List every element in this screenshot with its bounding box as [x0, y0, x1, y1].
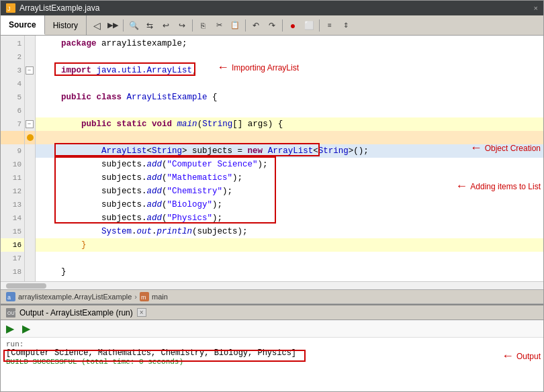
collapse-gutter: − − — [25, 36, 36, 281]
method-icon: m — [140, 292, 149, 301]
toolbar-sep-3 — [245, 19, 246, 32]
output-arrow: ← — [502, 349, 514, 363]
toolbar-paste-btn[interactable]: 📋 — [228, 18, 242, 33]
toolbar-fwd-btn[interactable]: ▶▶ — [105, 18, 120, 33]
code-line-9: ArrayList<String> subjects = new ArrayLi… — [36, 144, 543, 158]
annotation-output: ← Output — [502, 349, 541, 363]
toolbar-redo-btn[interactable]: ↷ — [265, 18, 279, 33]
annotation-adding: ← Adding items to List — [455, 179, 541, 193]
object-arrow: ← — [470, 141, 482, 155]
line-num-2: 2 — [1, 50, 24, 64]
line-num-10: 10 — [1, 158, 24, 171]
output-icon: OUT — [6, 308, 15, 317]
title-close-button[interactable]: × — [534, 4, 538, 12]
tabs-toolbar: Source History ◁ ▶▶ 🔍 ⇆ ↩ ↪ ⎘ ✂ 📋 ↶ ↷ ● … — [1, 15, 543, 36]
line-num-15: 15 — [1, 225, 24, 238]
toolbar-lines-btn[interactable]: ≡ — [322, 18, 337, 33]
import-arrow: ← — [217, 60, 229, 75]
toolbar-undo-btn[interactable]: ↶ — [248, 18, 263, 33]
code-line-7: public static void main(String[] args) { — [36, 117, 543, 131]
line-num-8 — [1, 131, 24, 144]
output-close-button[interactable]: × — [137, 308, 146, 317]
java-file-icon: J — [6, 3, 15, 13]
output-content: run: [Computer Science, Mathematics, Che… — [1, 338, 543, 391]
annotation-import: ← Importing ArrayList — [217, 60, 299, 75]
collapse-line7[interactable]: − — [26, 120, 34, 128]
svg-text:a: a — [7, 294, 11, 301]
adding-arrow: ← — [455, 179, 467, 193]
toolbar-back-btn[interactable]: ◁ — [89, 18, 104, 33]
editor-area: 1 2 3 4 5 6 7 9 10 11 12 13 14 15 16 17 … — [1, 36, 543, 281]
object-annotation-text: Object Creation — [485, 144, 541, 153]
toolbar-copy-btn[interactable]: ⎘ — [195, 18, 210, 33]
line-num-4: 4 — [1, 77, 24, 91]
toolbar-cut-btn[interactable]: ✂ — [212, 18, 226, 33]
code-line-14: subjects.add("Physics"); — [36, 211, 543, 225]
code-line-1: package arraylistexample; — [36, 37, 543, 50]
toolbar-sep-1 — [123, 19, 124, 32]
package-icon: a — [6, 292, 15, 301]
toolbar-record-btn[interactable]: ● — [285, 18, 300, 33]
breadcrumb-bar: a arraylistexample.ArrayListExample › m … — [1, 289, 543, 304]
breadcrumb-package: arraylistexample.ArrayListExample — [18, 293, 132, 301]
code-line-16: } — [36, 238, 543, 252]
title-bar: J ArrayListExample.java × — [1, 1, 543, 15]
code-line-5: public class ArrayListExample { — [36, 91, 543, 104]
main-window: J ArrayListExample.java × Source History… — [0, 0, 544, 392]
svg-text:m: m — [141, 294, 146, 301]
line-num-16: 16 — [1, 238, 24, 252]
line-num-14: 14 — [1, 211, 24, 225]
line-num-5: 5 — [1, 91, 24, 104]
toolbar-nav-btn[interactable]: ↩ — [158, 18, 173, 33]
h-scrollbar[interactable] — [1, 281, 543, 289]
output-result-line: [Computer Science, Mathematics, Chemistr… — [6, 348, 538, 358]
output-title-text: Output - ArrayListExample (run) — [19, 308, 133, 317]
line-num-1: 1 — [1, 37, 24, 50]
svg-text:J: J — [7, 5, 11, 12]
output-toolbar: ▶ ▶ — [1, 320, 543, 338]
collapse-line3[interactable]: − — [26, 66, 34, 75]
output-panel: OUT Output - ArrayListExample (run) × ▶ … — [1, 304, 543, 391]
line-num-12: 12 — [1, 185, 24, 198]
code-content[interactable]: package arraylistexample; import java.ut… — [36, 36, 543, 281]
toolbar: ◁ ▶▶ 🔍 ⇆ ↩ ↪ ⎘ ✂ 📋 ↶ ↷ ● ⬜ ≡ ⇕ — [87, 15, 543, 35]
code-line-13: subjects.add("Biology"); — [36, 198, 543, 211]
title-bar-left: J ArrayListExample.java — [6, 3, 99, 13]
line-num-7: 7 — [1, 117, 24, 131]
toolbar-sep-2 — [192, 19, 193, 32]
output-stop-btn[interactable]: ▶ — [19, 322, 33, 336]
toolbar-search-btn[interactable]: 🔍 — [126, 18, 141, 33]
output-annotation-text: Output — [516, 352, 541, 361]
code-line-10: subjects.add("Computer Science"); — [36, 158, 543, 171]
line-num-18: 18 — [1, 265, 24, 279]
adding-annotation-text: Adding items to List — [470, 182, 541, 191]
import-annotation-text: Importing ArrayList — [232, 63, 299, 72]
annotation-object: ← Object Creation — [470, 141, 541, 155]
output-success-line: BUILD SUCCESSFUL (total time: 0 seconds) — [6, 358, 538, 366]
svg-text:OUT: OUT — [7, 311, 15, 315]
line-num-11: 11 — [1, 171, 24, 185]
h-scrollbar-thumb[interactable] — [6, 283, 46, 289]
toolbar-sep-5 — [319, 19, 320, 32]
code-line-17 — [36, 252, 543, 265]
code-line-4 — [36, 77, 543, 91]
code-line-8 — [36, 131, 543, 144]
output-run-label: run: — [6, 340, 538, 348]
toolbar-replace-btn[interactable]: ⇆ — [142, 18, 157, 33]
tab-source[interactable]: Source — [1, 15, 45, 35]
toolbar-stop-btn[interactable]: ⬜ — [302, 18, 316, 33]
output-title-bar: OUT Output - ArrayListExample (run) × — [1, 305, 543, 320]
breadcrumb-method: main — [152, 293, 168, 301]
output-run-btn[interactable]: ▶ — [3, 322, 17, 336]
breadcrumb-sep-1: › — [134, 293, 137, 301]
breakpoint-indicator — [27, 134, 34, 141]
toolbar-nav2-btn[interactable]: ↪ — [175, 18, 189, 33]
tab-history[interactable]: History — [45, 15, 87, 35]
line-num-17: 17 — [1, 252, 24, 265]
toolbar-sep-4 — [282, 19, 283, 32]
line-num-9: 9 — [1, 144, 24, 158]
line-num-6: 6 — [1, 104, 24, 117]
line-number-gutter: 1 2 3 4 5 6 7 9 10 11 12 13 14 15 16 17 … — [1, 36, 25, 281]
code-line-6 — [36, 104, 543, 117]
toolbar-format-btn[interactable]: ⇕ — [338, 18, 353, 33]
